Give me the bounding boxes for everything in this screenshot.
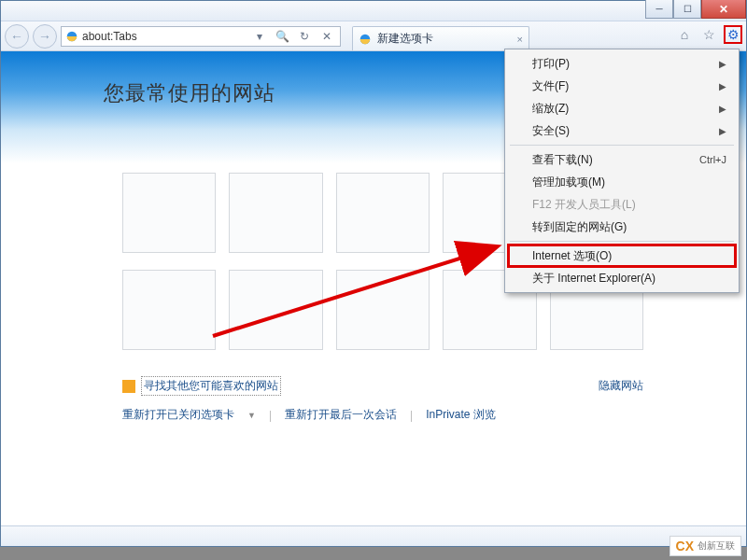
- menu-safety[interactable]: 安全(S)▶: [508, 119, 736, 142]
- site-tile[interactable]: [229, 270, 322, 350]
- tab-new[interactable]: 新建选项卡 ×: [352, 26, 529, 50]
- reopen-closed-link[interactable]: 重新打开已关闭选项卡: [122, 407, 234, 423]
- menu-label: Internet 选项(O): [532, 248, 612, 264]
- site-tile[interactable]: [336, 270, 430, 350]
- menu-label: 文件(F): [532, 78, 569, 94]
- search-icon[interactable]: 🔍: [273, 30, 291, 43]
- menu-about-ie[interactable]: 关于 Internet Explorer(A): [508, 267, 736, 289]
- menu-label: 打印(P): [532, 56, 570, 72]
- menu-label: 转到固定的网站(G): [532, 219, 627, 235]
- menu-view-downloads[interactable]: 查看下载(N)Ctrl+J: [508, 148, 736, 171]
- statusbar: [1, 525, 746, 546]
- forward-button[interactable]: →: [33, 24, 57, 49]
- hide-sites-link[interactable]: 隐藏网站: [599, 378, 643, 394]
- address-dropdown-icon[interactable]: ▾: [250, 30, 269, 43]
- navbar: ← → ▾ 🔍 ↻ ✕ 新建选项卡 × ⌂ ☆ ⚙: [1, 21, 746, 51]
- menu-label: 关于 Internet Explorer(A): [532, 271, 655, 287]
- submenu-arrow-icon: ▶: [719, 104, 726, 114]
- discover-row: 寻找其他您可能喜欢的网站 隐藏网站: [1, 367, 746, 396]
- ie-icon: [65, 30, 78, 43]
- site-tile[interactable]: [122, 270, 216, 350]
- watermark: CX 创新互联: [669, 536, 741, 556]
- menu-label: F12 开发人员工具(L): [532, 197, 636, 213]
- menu-pinned-sites[interactable]: 转到固定的网站(G): [508, 216, 736, 238]
- bulb-icon: [122, 380, 135, 393]
- submenu-arrow-icon: ▶: [719, 126, 726, 136]
- toolbar-right: ⌂ ☆ ⚙: [675, 25, 742, 44]
- tools-gear-icon[interactable]: ⚙: [724, 25, 742, 44]
- stop-icon[interactable]: ✕: [317, 30, 336, 43]
- menu-label: 缩放(Z): [532, 101, 569, 117]
- menu-shortcut: Ctrl+J: [699, 154, 726, 165]
- site-tile[interactable]: [229, 173, 322, 253]
- menu-zoom[interactable]: 缩放(Z)▶: [508, 97, 736, 119]
- menu-separator: [510, 241, 734, 242]
- menu-manage-addons[interactable]: 管理加载项(M): [508, 171, 736, 193]
- menu-internet-options[interactable]: Internet 选项(O): [508, 245, 736, 267]
- tab-title: 新建选项卡: [377, 31, 433, 47]
- reopen-last-link[interactable]: 重新打开最后一次会话: [285, 407, 397, 423]
- favorites-icon[interactable]: ☆: [699, 25, 718, 44]
- discover-sites-link[interactable]: 寻找其他您可能喜欢的网站: [141, 376, 281, 396]
- actions-row: 重新打开已关闭选项卡▼ | 重新打开最后一次会话 | InPrivate 浏览: [1, 396, 746, 423]
- tab-close-icon[interactable]: ×: [517, 34, 523, 45]
- maximize-button[interactable]: ☐: [673, 0, 701, 19]
- home-icon[interactable]: ⌂: [675, 25, 694, 44]
- back-button[interactable]: ←: [5, 24, 29, 49]
- window-controls: ─ ☐ ✕: [645, 0, 746, 19]
- chevron-down-icon: ▼: [247, 411, 256, 420]
- watermark-text: 创新互联: [698, 539, 735, 553]
- menu-label: 安全(S): [532, 123, 570, 139]
- menu-file[interactable]: 文件(F)▶: [508, 75, 736, 97]
- menu-print[interactable]: 打印(P)▶: [508, 52, 736, 75]
- menu-label: 管理加载项(M): [532, 175, 605, 190]
- ie-icon: [359, 33, 372, 46]
- menu-separator: [510, 145, 734, 146]
- submenu-arrow-icon: ▶: [719, 59, 726, 69]
- submenu-arrow-icon: ▶: [719, 81, 726, 91]
- refresh-icon[interactable]: ↻: [295, 30, 314, 43]
- menu-label: 查看下载(N): [532, 152, 593, 168]
- site-tile[interactable]: [336, 173, 430, 253]
- titlebar[interactable]: ─ ☐ ✕: [1, 1, 746, 21]
- menu-f12-devtools: F12 开发人员工具(L): [508, 193, 736, 216]
- window-close-button[interactable]: ✕: [701, 0, 746, 19]
- tools-menu: 打印(P)▶ 文件(F)▶ 缩放(Z)▶ 安全(S)▶ 查看下载(N)Ctrl+…: [504, 49, 740, 293]
- site-tile[interactable]: [122, 173, 216, 253]
- address-bar[interactable]: ▾ 🔍 ↻ ✕: [61, 26, 341, 47]
- separator: |: [410, 409, 413, 422]
- separator: |: [269, 409, 272, 422]
- minimize-button[interactable]: ─: [645, 0, 673, 19]
- address-input[interactable]: [82, 30, 247, 43]
- watermark-logo: CX: [676, 539, 694, 553]
- inprivate-link[interactable]: InPrivate 浏览: [426, 407, 496, 423]
